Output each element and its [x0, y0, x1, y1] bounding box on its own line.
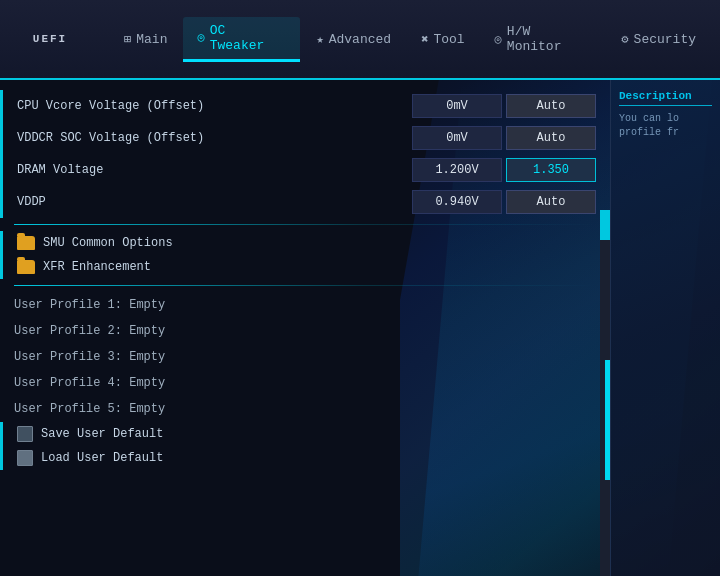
profile5-label: User Profile 5: Empty: [14, 402, 165, 416]
scrollbar-thumb[interactable]: [600, 210, 610, 240]
tab-advanced-label: Advanced: [329, 32, 391, 47]
dram-voltage-alt[interactable]: 1.350: [506, 158, 596, 182]
hw-monitor-icon: ◎: [495, 32, 502, 47]
profile3-label: User Profile 3: Empty: [14, 350, 165, 364]
tab-hw-monitor[interactable]: ◎ H/W Monitor: [481, 18, 606, 60]
vddp-label: VDDP: [17, 195, 412, 209]
main-content: CPU Vcore Voltage (Offset) 0mV Auto VDDC…: [0, 80, 720, 576]
divider-top: [14, 224, 596, 225]
tab-tool[interactable]: ✖ Tool: [407, 26, 478, 53]
cpu-vcore-alt[interactable]: Auto: [506, 94, 596, 118]
profile4-label: User Profile 4: Empty: [14, 376, 165, 390]
smu-common-label: SMU Common Options: [43, 236, 173, 250]
nav-tabs: ⊞ Main ◎ OC Tweaker ★ Advanced ✖ Tool ◎ …: [110, 17, 710, 62]
save-disk-icon: [17, 426, 33, 442]
cpu-vcore-value[interactable]: 0mV: [412, 94, 502, 118]
main-icon: ⊞: [124, 32, 131, 47]
xfr-enhance-label: XFR Enhancement: [43, 260, 151, 274]
cpu-vcore-label: CPU Vcore Voltage (Offset): [17, 99, 412, 113]
tab-advanced[interactable]: ★ Advanced: [302, 26, 405, 53]
vddp-alt[interactable]: Auto: [506, 190, 596, 214]
vddp-value[interactable]: 0.940V: [412, 190, 502, 214]
profile2-label: User Profile 2: Empty: [14, 324, 165, 338]
vddp-row[interactable]: VDDP 0.940V Auto: [0, 186, 610, 218]
profile4-row: User Profile 4: Empty: [0, 370, 610, 396]
tab-oc-tweaker-label: OC Tweaker: [210, 23, 287, 53]
dram-voltage-row[interactable]: DRAM Voltage 1.200V 1.350: [0, 154, 610, 186]
profile1-label: User Profile 1: Empty: [14, 298, 165, 312]
logo-text: UEFI: [33, 33, 67, 45]
advanced-icon: ★: [316, 32, 323, 47]
tab-security-label: Security: [634, 32, 696, 47]
dram-voltage-label: DRAM Voltage: [17, 163, 412, 177]
oc-tweaker-icon: ◎: [197, 30, 204, 45]
profile3-row: User Profile 3: Empty: [0, 344, 610, 370]
vddcr-soc-value[interactable]: 0mV: [412, 126, 502, 150]
tab-main-label: Main: [136, 32, 167, 47]
save-default-label: Save User Default: [41, 427, 163, 441]
profile2-row: User Profile 2: Empty: [0, 318, 610, 344]
vddcr-soc-label: VDDCR SOC Voltage (Offset): [17, 131, 412, 145]
load-default-label: Load User Default: [41, 451, 163, 465]
tab-hw-monitor-label: H/W Monitor: [507, 24, 592, 54]
save-default-row[interactable]: Save User Default: [0, 422, 610, 446]
dram-voltage-value[interactable]: 1.200V: [412, 158, 502, 182]
cyan-accent-bar: [605, 360, 610, 480]
header: UEFI ⊞ Main ◎ OC Tweaker ★ Advanced ✖ To…: [0, 0, 720, 80]
tab-main[interactable]: ⊞ Main: [110, 26, 181, 53]
tool-icon: ✖: [421, 32, 428, 47]
profile5-row: User Profile 5: Empty: [0, 396, 610, 422]
xfr-enhance-row[interactable]: XFR Enhancement: [0, 255, 610, 279]
logo-area: UEFI: [10, 33, 90, 45]
vddcr-soc-row[interactable]: VDDCR SOC Voltage (Offset) 0mV Auto: [0, 122, 610, 154]
vddcr-soc-alt[interactable]: Auto: [506, 126, 596, 150]
smu-common-row[interactable]: SMU Common Options: [0, 231, 610, 255]
xfr-folder-icon: [17, 260, 35, 274]
smu-folder-icon: [17, 236, 35, 250]
load-default-row[interactable]: Load User Default: [0, 446, 610, 470]
tab-oc-tweaker[interactable]: ◎ OC Tweaker: [183, 17, 300, 62]
tab-security[interactable]: ⚙ Security: [607, 26, 710, 53]
profile1-row: User Profile 1: Empty: [0, 292, 610, 318]
load-disk-icon: [17, 450, 33, 466]
security-icon: ⚙: [621, 32, 628, 47]
left-panel: CPU Vcore Voltage (Offset) 0mV Auto VDDC…: [0, 80, 610, 576]
cpu-vcore-row[interactable]: CPU Vcore Voltage (Offset) 0mV Auto: [0, 90, 610, 122]
divider-bottom: [14, 285, 596, 286]
tab-tool-label: Tool: [433, 32, 464, 47]
right-panel: Description You can lo profile fr: [610, 80, 720, 576]
description-title: Description: [619, 90, 712, 106]
description-text: You can lo profile fr: [619, 112, 712, 140]
